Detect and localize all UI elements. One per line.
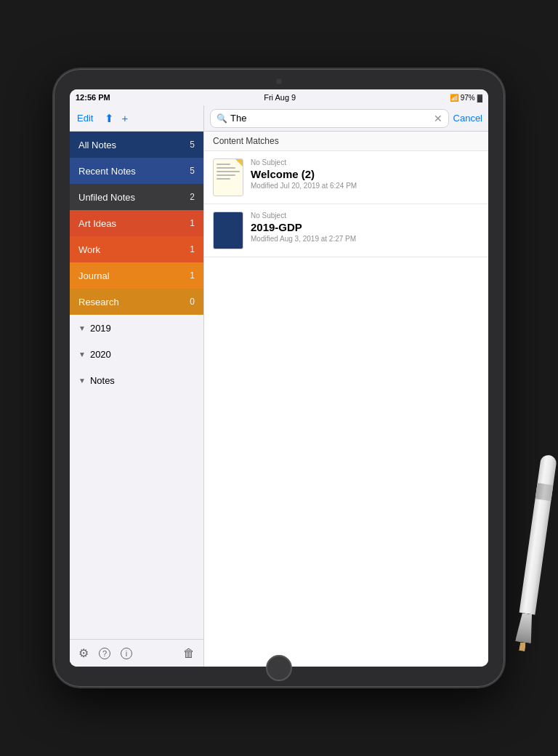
notes-list: No Subject Welcome (2) Modified Jul 20, …	[204, 151, 488, 667]
add-icon[interactable]: +	[121, 112, 128, 124]
content-header: Content Matches	[204, 132, 488, 151]
sidebar-item-recent-notes[interactable]: Recent Notes 5	[70, 158, 203, 184]
thumb-line	[217, 174, 235, 176]
folder-2020-label: 2020	[90, 349, 111, 360]
footer-icons-left: ⚙ ? i	[78, 646, 132, 660]
thumb-line	[217, 171, 240, 172]
toolbar-icons: ⬆ +	[105, 112, 128, 125]
pencil-band	[535, 483, 554, 501]
sidebar-item-journal[interactable]: Journal 1	[70, 262, 203, 289]
battery-percent: 97%	[461, 94, 475, 102]
wifi-icon: 📶	[450, 94, 458, 102]
sidebar-footer: ⚙ ? i 🗑	[70, 639, 203, 667]
status-indicators: 📶 97% ▓	[450, 94, 482, 102]
ipad-frame: 12:56 PM Fri Aug 9 📶 97% ▓ Edit ⬆	[54, 69, 504, 687]
pencil-body	[519, 454, 557, 615]
folder-2019-row: ▼ 2019	[78, 323, 111, 334]
ipad-device: 12:56 PM Fri Aug 9 📶 97% ▓ Edit ⬆	[54, 69, 504, 687]
status-date: Fri Aug 9	[264, 93, 296, 102]
note-info: No Subject Welcome (2) Modified Jul 20, …	[251, 158, 480, 190]
note-thumbnail-yellow	[213, 158, 243, 196]
search-input[interactable]	[230, 113, 434, 124]
unfiled-notes-count: 2	[190, 192, 195, 202]
art-ideas-label: Art Ideas	[78, 218, 116, 229]
note-item[interactable]: No Subject 2019-GDP Modified Aug 3, 2019…	[204, 204, 488, 257]
thumb-line	[217, 178, 230, 180]
battery-icon: ▓	[477, 94, 482, 102]
cancel-button[interactable]: Cancel	[453, 113, 482, 124]
note-subject: No Subject	[251, 212, 480, 220]
research-label: Research	[78, 297, 119, 307]
folder-2019-label: 2019	[90, 323, 111, 334]
all-notes-count: 5	[190, 140, 195, 150]
ipad-screen: 12:56 PM Fri Aug 9 📶 97% ▓ Edit ⬆	[70, 89, 488, 667]
recent-notes-label: Recent Notes	[78, 166, 136, 177]
info-icon[interactable]: i	[121, 648, 132, 659]
folder-notes-row: ▼ Notes	[78, 375, 115, 386]
trash-icon[interactable]: 🗑	[183, 647, 195, 660]
edit-button[interactable]: Edit	[77, 113, 93, 124]
settings-icon[interactable]: ⚙	[78, 646, 89, 660]
thumb-line	[217, 167, 235, 169]
research-count: 0	[190, 297, 195, 307]
sidebar-item-unfiled-notes[interactable]: Unfiled Notes 2	[70, 184, 203, 210]
journal-count: 1	[190, 270, 195, 281]
work-label: Work	[78, 244, 100, 255]
main-area: Edit ⬆ + All Notes 5 Recent	[70, 105, 488, 667]
share-icon[interactable]: ⬆	[105, 112, 114, 125]
camera	[276, 79, 282, 84]
apple-pencil	[515, 454, 557, 644]
note-date: Modified Jul 20, 2019 at 6:24 PM	[251, 182, 480, 190]
search-input-wrapper: 🔍 ✕	[210, 109, 449, 128]
folder-notes-label: Notes	[90, 375, 115, 386]
sidebar-items-list: All Notes 5 Recent Notes 5 Unfiled Notes…	[70, 132, 203, 639]
thumb-line	[217, 164, 230, 165]
note-title: 2019-GDP	[251, 221, 480, 233]
thumbnail-lines	[214, 159, 243, 186]
all-notes-label: All Notes	[78, 140, 116, 150]
help-icon[interactable]: ?	[99, 648, 110, 659]
home-button[interactable]	[266, 655, 292, 681]
art-ideas-count: 1	[190, 218, 195, 228]
sidebar-item-all-notes[interactable]: All Notes 5	[70, 132, 203, 158]
sidebar-item-work[interactable]: Work 1	[70, 236, 203, 262]
sidebar-item-2020[interactable]: ▼ 2020	[70, 341, 203, 367]
chevron-down-icon-notes: ▼	[78, 377, 86, 385]
note-date: Modified Aug 3, 2019 at 2:27 PM	[251, 235, 480, 243]
note-info: No Subject 2019-GDP Modified Aug 3, 2019…	[251, 212, 480, 243]
search-icon: 🔍	[217, 113, 227, 124]
search-bar: 🔍 ✕ Cancel	[204, 105, 488, 132]
status-time: 12:56 PM	[76, 93, 110, 102]
unfiled-notes-label: Unfiled Notes	[78, 192, 135, 203]
pencil-nib	[519, 642, 526, 651]
status-bar: 12:56 PM Fri Aug 9 📶 97% ▓	[70, 89, 488, 105]
note-thumbnail-blue	[213, 212, 243, 249]
sidebar-item-notes[interactable]: ▼ Notes	[70, 367, 203, 393]
note-title: Welcome (2)	[251, 168, 480, 180]
content-area: 🔍 ✕ Cancel Content Matches	[204, 105, 488, 667]
clear-search-icon[interactable]: ✕	[434, 113, 442, 124]
folder-2020-row: ▼ 2020	[78, 349, 111, 360]
sidebar-item-art-ideas[interactable]: Art Ideas 1	[70, 210, 203, 236]
recent-notes-count: 5	[190, 166, 195, 176]
pencil-tip	[515, 613, 535, 644]
content-matches-label: Content Matches	[213, 136, 279, 146]
sidebar-item-research[interactable]: Research 0	[70, 289, 203, 315]
sidebar-toolbar: Edit ⬆ +	[70, 105, 203, 132]
note-item[interactable]: No Subject Welcome (2) Modified Jul 20, …	[204, 151, 488, 204]
sidebar: Edit ⬆ + All Notes 5 Recent	[70, 105, 204, 667]
chevron-down-icon-2020: ▼	[78, 350, 86, 358]
work-count: 1	[190, 244, 195, 254]
sidebar-item-2019[interactable]: ▼ 2019	[70, 315, 203, 341]
chevron-down-icon: ▼	[78, 324, 86, 332]
journal-label: Journal	[78, 270, 110, 281]
note-subject: No Subject	[251, 158, 480, 166]
